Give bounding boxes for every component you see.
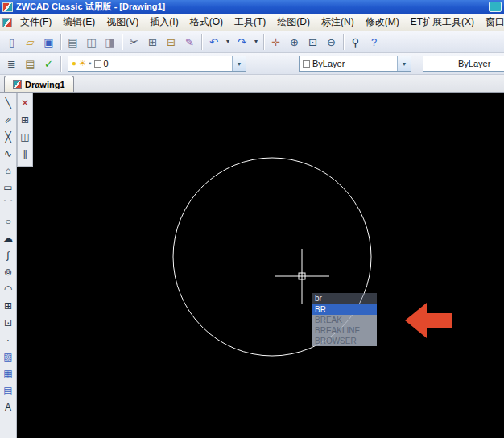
color-combo-dropdown[interactable]: ▾ <box>397 56 411 71</box>
separator <box>201 34 202 50</box>
separator <box>343 34 344 50</box>
menu-dimension[interactable]: 标注(N) <box>316 14 360 31</box>
save-button[interactable]: ▣ <box>39 33 58 51</box>
copy-object-button[interactable]: ⊞ <box>18 111 33 128</box>
undo-button[interactable]: ↶ <box>204 33 223 51</box>
find-button[interactable]: ⚲ <box>346 33 365 51</box>
plot-button[interactable]: ▤ <box>64 33 82 51</box>
color-combo[interactable]: ByLayer ▾ <box>299 56 411 72</box>
titlebar: ZWCAD Classic 试用版 - [Drawing1] <box>0 0 504 14</box>
region-button[interactable]: ▦ <box>1 365 16 382</box>
layer-combo[interactable]: ●☀▪ 0 ▾ <box>68 56 246 72</box>
autocomplete-item[interactable]: BREAK <box>312 315 377 325</box>
zoom-previous-button[interactable]: ⊖ <box>322 33 341 51</box>
menu-view[interactable]: 视图(V) <box>101 14 144 31</box>
layer-states-button[interactable]: ▤ <box>21 55 39 72</box>
scissors-icon: ✂ <box>130 37 138 48</box>
spline-button[interactable]: ∫ <box>1 246 16 263</box>
drawing-area[interactable]: ╲⇗╳∿⌂▭⌒○☁∫⊚◠⊞⊡∙▨▦▤A ✕⊞◫∥ br BRBREAKBREAK… <box>0 93 504 438</box>
menu-format[interactable]: 格式(O) <box>184 14 229 31</box>
zoom-previous-icon: ⊖ <box>327 37 336 48</box>
layer-properties-button[interactable]: ≣ <box>2 55 21 72</box>
hatch-button[interactable]: ▨ <box>1 348 16 365</box>
separator <box>60 34 61 50</box>
menu-insert[interactable]: 插入(I) <box>144 14 184 31</box>
polygon-button[interactable]: ⌂ <box>1 162 16 179</box>
redo-dropdown-button[interactable]: ▾ <box>251 33 261 51</box>
redo-button[interactable]: ↷ <box>233 33 251 51</box>
zoom-realtime-button[interactable]: ⊕ <box>285 33 304 51</box>
menu-express-tools[interactable]: ET扩展工具(X) <box>405 14 480 31</box>
help-icon: ? <box>371 37 377 48</box>
pan-button[interactable]: ✛ <box>266 33 285 51</box>
layer-freeze-icon[interactable]: ☀ <box>79 60 86 68</box>
layer-combo-dropdown[interactable]: ▾ <box>232 56 246 71</box>
make-layer-current-button[interactable]: ✓ <box>39 55 58 72</box>
chevron-down-icon: ▾ <box>254 39 258 45</box>
layer-lock-icon[interactable]: ▪ <box>89 60 92 68</box>
menu-file[interactable]: 文件(F) <box>14 14 57 31</box>
menu-draw[interactable]: 绘图(D) <box>271 14 316 31</box>
layer-states-icon: ▤ <box>25 59 35 69</box>
offset-button[interactable]: ∥ <box>18 145 33 162</box>
ray-button[interactable]: ⇗ <box>1 111 16 128</box>
window-title: ZWCAD Classic 试用版 - [Drawing1] <box>16 1 485 13</box>
menu-window[interactable]: 窗口(W) <box>480 14 504 31</box>
mirror-button[interactable]: ◫ <box>18 128 33 145</box>
point-button[interactable]: ∙ <box>1 331 16 348</box>
open-button[interactable]: ▱ <box>21 33 39 51</box>
match-properties-button[interactable]: ✎ <box>180 33 199 51</box>
print-preview-button[interactable]: ◫ <box>82 33 101 51</box>
ellipse-button[interactable]: ⊚ <box>1 263 16 280</box>
construction-line-button[interactable]: ╳ <box>1 128 16 145</box>
copy-button[interactable]: ⊞ <box>143 33 162 51</box>
rectangle-button[interactable]: ▭ <box>1 179 16 196</box>
zoom-in-icon: ⊕ <box>290 37 299 48</box>
linetype-combo[interactable]: ByLayer ▾ <box>423 56 504 72</box>
layer-color-swatch <box>94 60 101 68</box>
undo-dropdown-button[interactable]: ▾ <box>223 33 233 51</box>
tab-drawing1[interactable]: Drawing1 <box>4 76 74 92</box>
polygon-icon: ⌂ <box>5 166 10 176</box>
circle-button[interactable]: ○ <box>1 213 16 229</box>
layer-bulb-icon[interactable]: ● <box>72 60 76 68</box>
table-button[interactable]: ▤ <box>1 382 16 399</box>
offset-icon: ∥ <box>23 149 27 159</box>
print-preview-icon: ◫ <box>86 37 96 48</box>
autocomplete-item[interactable]: BR <box>312 304 377 315</box>
cut-button[interactable]: ✂ <box>125 33 143 51</box>
help-button[interactable]: ? <box>365 33 383 51</box>
paste-icon: ⊟ <box>167 37 176 48</box>
make-block-button[interactable]: ⊡ <box>1 314 16 331</box>
mtext-button[interactable]: A <box>1 399 16 415</box>
new-button[interactable]: ▯ <box>2 33 21 51</box>
line-button[interactable]: ╲ <box>1 94 16 111</box>
publish-button[interactable]: ◨ <box>101 33 119 51</box>
erase-button[interactable]: ✕ <box>18 94 33 111</box>
make-block-icon: ⊡ <box>4 318 12 328</box>
command-input-echo[interactable]: br <box>312 293 377 304</box>
line-icon: ╲ <box>5 98 10 108</box>
menu-modify[interactable]: 修改(M) <box>360 14 405 31</box>
ellipse-arc-icon: ◠ <box>4 284 12 294</box>
menu-edit[interactable]: 编辑(E) <box>57 14 101 31</box>
revision-cloud-button[interactable]: ☁ <box>1 229 16 246</box>
insert-block-button[interactable]: ⊞ <box>1 297 16 314</box>
standard-toolbar: ▯▱▣▤◫◨✂⊞⊟✎↶▾↷▾✛⊕⊡⊖⚲? <box>0 31 504 53</box>
search-icon: ⚲ <box>352 37 360 48</box>
ellipse-arc-button[interactable]: ◠ <box>1 280 16 297</box>
zoom-window-button[interactable]: ⊡ <box>304 33 322 51</box>
zwcad-window: ZWCAD Classic 试用版 - [Drawing1] 文件(F)编辑(E… <box>0 0 504 438</box>
model-canvas[interactable] <box>0 93 504 438</box>
autocomplete-item[interactable]: BROWSER <box>312 336 377 346</box>
current-layer-value: 0 <box>104 59 109 68</box>
arc-button[interactable]: ⌒ <box>1 196 16 213</box>
document-icon[interactable] <box>2 18 12 27</box>
copy-icon: ⊞ <box>148 37 157 48</box>
menu-tools[interactable]: 工具(T) <box>229 14 271 31</box>
paste-button[interactable]: ⊟ <box>162 33 180 51</box>
polyline-button[interactable]: ∿ <box>1 145 16 162</box>
autocomplete-item[interactable]: BREAKLINE <box>312 325 377 336</box>
separator <box>263 34 264 50</box>
window-control-button[interactable] <box>489 2 502 12</box>
